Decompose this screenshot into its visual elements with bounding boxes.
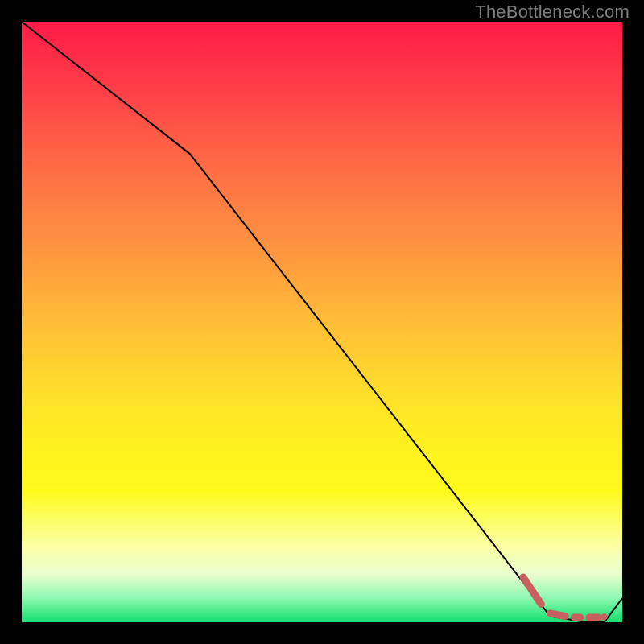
curve-markers xyxy=(523,577,608,620)
watermark-text: TheBottleneck.com xyxy=(475,2,630,23)
chart-frame: TheBottleneck.com xyxy=(0,0,644,644)
marker-dash xyxy=(523,577,541,605)
marker-end-dot xyxy=(601,613,608,620)
marker-dash xyxy=(551,613,566,617)
chart-overlay xyxy=(22,22,622,622)
bottleneck-curve xyxy=(22,22,622,622)
